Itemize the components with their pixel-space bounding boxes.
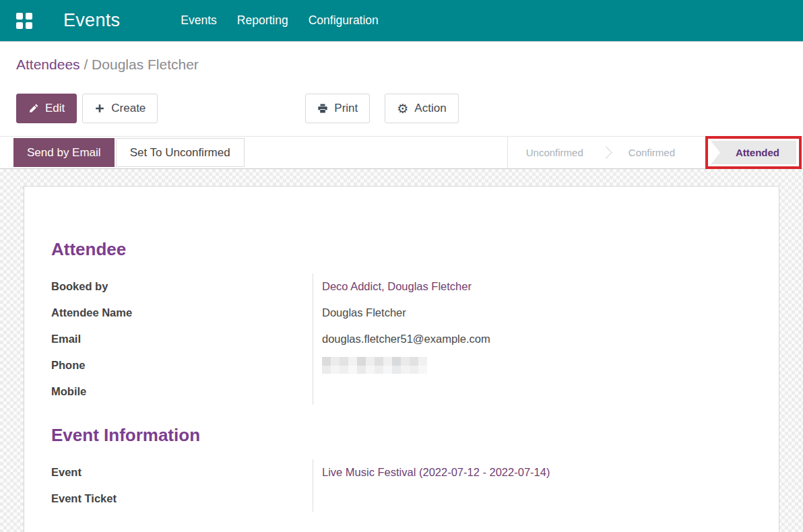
field-row-phone: Phone xyxy=(51,352,752,378)
pencil-icon xyxy=(28,103,39,114)
grid-square xyxy=(26,13,32,20)
status-step-attended[interactable]: Attended xyxy=(711,141,796,164)
event-link[interactable]: Live Music Festival (2022-07-12 - 2022-0… xyxy=(322,466,550,479)
action-button[interactable]: ⚙ Action xyxy=(385,94,458,123)
attendee-name-value: Douglas Fletcher xyxy=(313,300,752,326)
field-group: Booked by Deco Addict, Douglas Fletcher … xyxy=(51,273,752,405)
field-row-attendee-name: Attendee Name Douglas Fletcher xyxy=(51,300,752,326)
create-button-label: Create xyxy=(111,102,146,115)
event-ticket-value-empty xyxy=(313,486,752,512)
gear-icon: ⚙ xyxy=(397,103,408,114)
status-steps: Unconfirmed Confirmed Attended xyxy=(507,137,803,168)
field-label: Attendee Name xyxy=(51,300,313,326)
field-row-mobile: Mobile xyxy=(51,378,752,405)
menu-item-reporting[interactable]: Reporting xyxy=(237,13,288,28)
print-button-label: Print xyxy=(334,102,358,115)
breadcrumb-separator: / xyxy=(84,57,92,72)
plus-icon xyxy=(94,103,105,114)
grid-square xyxy=(16,22,23,29)
section-title-event-information: Event Information xyxy=(51,425,752,446)
field-row-event: Event Live Music Festival (2022-07-12 - … xyxy=(51,459,752,486)
grid-square xyxy=(26,22,32,29)
statusbar: Send by Email Set To Unconfirmed Unconfi… xyxy=(0,136,803,169)
field-label: Email xyxy=(51,326,313,352)
email-value: douglas.fletcher51@example.com xyxy=(313,326,752,352)
status-step-confirmed[interactable]: Confirmed xyxy=(610,147,693,158)
set-to-unconfirmed-button[interactable]: Set To Unconfirmed xyxy=(116,138,245,167)
printer-icon xyxy=(317,103,328,114)
field-label: Phone xyxy=(51,352,313,378)
edit-button-label: Edit xyxy=(45,102,65,115)
menu-item-events[interactable]: Events xyxy=(181,13,217,28)
status-step-unconfirmed[interactable]: Unconfirmed xyxy=(508,147,602,158)
field-label: Event xyxy=(51,459,313,486)
section-attendee: Attendee Booked by Deco Addict, Douglas … xyxy=(51,239,752,405)
edit-button[interactable]: Edit xyxy=(16,94,77,123)
apps-grid-icon[interactable] xyxy=(16,13,32,29)
breadcrumb: Attendees / Douglas Fletcher xyxy=(16,55,803,74)
field-row-email: Email douglas.fletcher51@example.com xyxy=(51,326,752,352)
print-button[interactable]: Print xyxy=(305,94,370,123)
form-sheet: Attendee Booked by Deco Addict, Douglas … xyxy=(24,186,779,532)
main-menu: Events Reporting Configuration xyxy=(181,13,379,28)
breadcrumb-current: Douglas Fletcher xyxy=(92,57,199,72)
action-button-row: Edit Create Print ⚙ Action xyxy=(16,94,803,123)
top-navbar: Events Events Reporting Configuration xyxy=(0,0,803,42)
action-button-label: Action xyxy=(414,102,446,115)
booked-by-link[interactable]: Deco Addict, Douglas Fletcher xyxy=(322,280,472,293)
section-event-information: Event Information Event Live Music Festi… xyxy=(51,425,752,512)
annotation-highlight-box: Attended xyxy=(705,136,802,169)
create-button[interactable]: Create xyxy=(82,94,158,123)
field-label: Mobile xyxy=(51,378,313,405)
field-row-event-ticket: Event Ticket xyxy=(51,486,752,512)
mobile-value-empty xyxy=(313,378,752,405)
field-group: Event Live Music Festival (2022-07-12 - … xyxy=(51,459,752,512)
app-brand-title[interactable]: Events xyxy=(63,10,120,31)
grid-square xyxy=(16,13,23,20)
form-background: Attendee Booked by Deco Addict, Douglas … xyxy=(0,169,803,532)
menu-item-configuration[interactable]: Configuration xyxy=(309,13,379,28)
field-label: Event Ticket xyxy=(51,486,313,512)
breadcrumb-parent-link[interactable]: Attendees xyxy=(16,57,80,72)
section-title-attendee: Attendee xyxy=(51,239,752,260)
field-label: Booked by xyxy=(51,273,313,300)
control-panel: Attendees / Douglas Fletcher Edit Create… xyxy=(0,42,803,136)
redacted-phone-value xyxy=(322,357,427,374)
send-by-email-button[interactable]: Send by Email xyxy=(13,138,115,167)
field-row-booked-by: Booked by Deco Addict, Douglas Fletcher xyxy=(51,273,752,300)
